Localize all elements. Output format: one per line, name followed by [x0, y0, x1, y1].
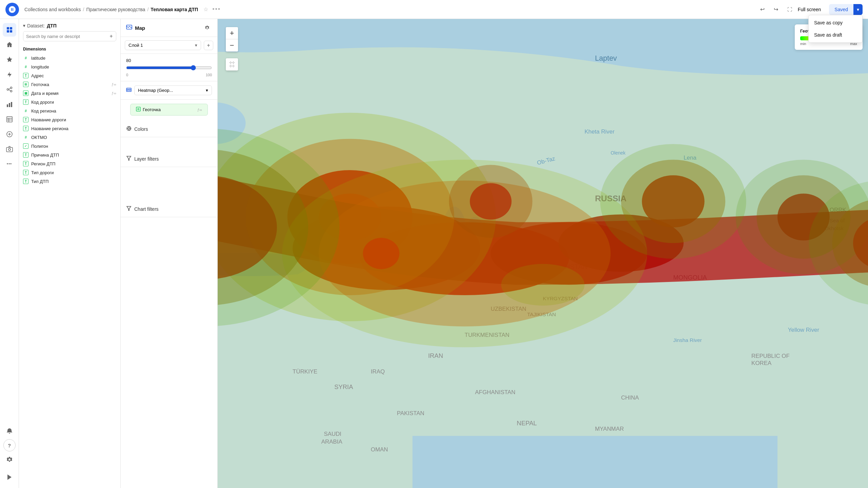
text-icon: T — [23, 99, 28, 105]
svg-text:Kheta River: Kheta River — [585, 128, 615, 135]
panel-settings-button[interactable] — [202, 23, 212, 33]
svg-point-6 — [10, 90, 12, 92]
dim-cause-label: Причина ДТП — [31, 152, 59, 158]
heatmap-type-select[interactable]: Heatmap (Geop... ▾ — [134, 85, 212, 95]
heatmap-type-section: Heatmap (Geop... ▾ — [121, 81, 217, 100]
dim-region-dtp[interactable]: T Регион ДТП — [19, 159, 120, 168]
geo-field-row[interactable]: Геоточка ƒ∞ — [130, 104, 208, 116]
dim-road-name[interactable]: T Название дороги — [19, 115, 120, 124]
sidebar: ▾ Dataset: ДТП + Dimensions # latitude #… — [19, 19, 121, 488]
add-dimension-button[interactable]: + — [106, 32, 116, 41]
svg-text:Yellow River: Yellow River — [788, 327, 820, 333]
opacity-slider[interactable] — [126, 65, 212, 70]
map-background: Barents Sea Laptev RUSSIA KAZAKHSTAN MON… — [218, 19, 868, 488]
zoom-in-button[interactable]: + — [226, 27, 238, 39]
dim-road-type[interactable]: T Тип дороги — [19, 168, 120, 177]
search-input[interactable] — [23, 32, 106, 41]
svg-text:CHINA: CHINA — [621, 394, 639, 401]
left-nav: ••• ? — [0, 19, 19, 488]
hash-icon: # — [23, 64, 28, 69]
layer-select[interactable]: Слой 1 ▾ — [125, 40, 201, 50]
svg-rect-0 — [7, 27, 9, 29]
save-dropdown-button[interactable]: ▾ — [853, 4, 863, 15]
more-options-icon[interactable]: ••• — [212, 6, 221, 13]
nav-icon-barchart[interactable] — [3, 98, 16, 111]
slider-value: 80 — [126, 58, 212, 63]
dim-region-name[interactable]: T Название региона — [19, 124, 120, 133]
dataset-chevron[interactable]: ▾ — [23, 23, 25, 28]
nav-icon-grid[interactable] — [3, 23, 16, 37]
redo-button[interactable]: ↪ — [771, 4, 782, 15]
favorite-icon[interactable]: ☆ — [203, 6, 208, 13]
breadcrumb-current: Тепловая карта ДТП — [151, 7, 198, 12]
svg-point-20 — [8, 148, 11, 150]
nav-icon-more[interactable]: ••• — [3, 157, 16, 171]
add-layer-button[interactable]: + — [204, 41, 213, 50]
zoom-out-button[interactable]: − — [226, 39, 238, 52]
slider-labels: 0 100 — [126, 73, 212, 77]
save-as-copy-item[interactable]: Save as copy — [809, 17, 862, 29]
layer-row: Слой 1 ▾ + — [125, 40, 213, 50]
dim-latitude-label: latitude — [31, 56, 45, 61]
dim-accident-type-label: Тип ДТП — [31, 179, 48, 184]
dim-polygon[interactable]: ✓ Полигон — [19, 142, 120, 150]
dim-oktmo[interactable]: # ОКТМО — [19, 133, 120, 142]
svg-rect-10 — [9, 103, 10, 107]
nav-icon-connections[interactable] — [3, 83, 16, 96]
svg-text:OMAN: OMAN — [371, 446, 388, 453]
undo-button[interactable]: ↩ — [757, 4, 768, 15]
chart-filters-heading[interactable]: Chart filters — [121, 201, 217, 217]
nav-icon-star[interactable] — [3, 53, 16, 66]
breadcrumb-collections[interactable]: Collections and workbooks — [24, 7, 81, 12]
dim-region-code[interactable]: # Код региона — [19, 106, 120, 115]
dim-cause[interactable]: T Причина ДТП — [19, 150, 120, 159]
panel-title: Map — [126, 24, 145, 32]
dimensions-section-label: Dimensions — [19, 45, 120, 54]
text-icon: T — [23, 117, 28, 122]
colors-section-heading[interactable]: Colors — [121, 121, 217, 137]
dim-road-type-label: Тип дороги — [31, 170, 54, 175]
svg-text:IRAN: IRAN — [428, 352, 443, 359]
svg-rect-26 — [136, 107, 140, 111]
geo-fx-badge: ƒ∞ — [197, 108, 202, 112]
geo-field-label: Геоточка — [136, 107, 161, 113]
nav-icon-help[interactable]: ? — [3, 439, 16, 451]
svg-point-32 — [127, 128, 128, 129]
panel-title-label: Map — [135, 25, 145, 31]
slider-min-label: 0 — [126, 73, 128, 77]
dim-accident-type[interactable]: T Тип ДТП — [19, 177, 120, 186]
svg-line-7 — [8, 88, 10, 89]
nav-icon-lightning[interactable] — [3, 68, 16, 81]
svg-point-103 — [501, 264, 585, 306]
nav-icon-table[interactable] — [3, 113, 16, 126]
pan-button[interactable]: ⊹⊹⊹⊹ — [226, 58, 238, 70]
heatmap-type-label: Heatmap (Geop... — [138, 88, 173, 93]
dim-longitude[interactable]: # longitude — [19, 62, 120, 71]
svg-text:Olenek: Olenek — [611, 150, 626, 156]
dim-latitude[interactable]: # latitude — [19, 54, 120, 62]
dim-address-label: Адрес — [31, 73, 44, 78]
dim-road-code[interactable]: T Код дороги — [19, 98, 120, 106]
svg-point-30 — [130, 128, 130, 129]
app-logo[interactable] — [5, 3, 19, 16]
nav-icon-bell[interactable] — [3, 424, 16, 438]
dim-datetime[interactable]: ▦ Дата и время ƒ∞ — [19, 89, 120, 98]
nav-icon-camera[interactable] — [3, 142, 16, 156]
dim-address[interactable]: T Адрес — [19, 71, 120, 80]
map-area: Barents Sea Laptev RUSSIA KAZAKHSTAN MON… — [218, 19, 868, 488]
sidebar-header: ▾ Dataset: ДТП — [19, 23, 120, 31]
dim-polygon-label: Полигон — [31, 144, 48, 149]
save-as-draft-item[interactable]: Save as draft — [809, 29, 862, 41]
nav-icon-settings[interactable] — [3, 453, 16, 466]
nav-icon-plus-circle[interactable] — [3, 127, 16, 141]
nav-icon-home[interactable] — [3, 38, 16, 52]
nav-icon-play[interactable] — [3, 470, 16, 484]
saved-button[interactable]: Saved — [829, 4, 853, 15]
fullscreen-button[interactable]: ⛶ — [784, 4, 795, 15]
layer-filters-heading[interactable]: Layer filters — [121, 151, 217, 167]
save-group: Saved ▾ Save as copy Save as draft — [829, 4, 863, 15]
svg-rect-2 — [7, 30, 9, 33]
dim-geopoint[interactable]: ⊞ Геоточка ƒ∞ — [19, 80, 120, 89]
text-icon: T — [23, 179, 28, 184]
breadcrumb-folder[interactable]: Практические руководства — [86, 7, 145, 12]
